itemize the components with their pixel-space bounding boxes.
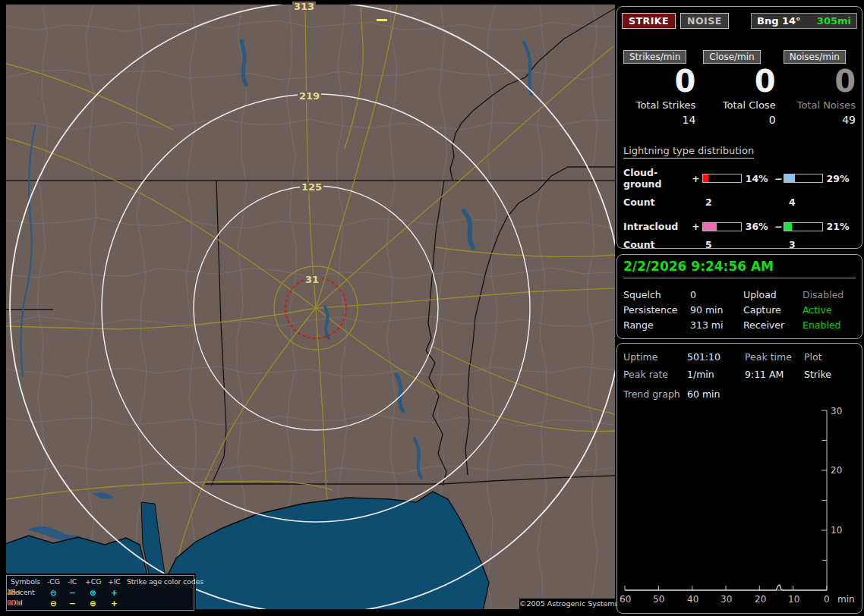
total-strikes-value: 14 (683, 114, 696, 126)
old-neg-cg-icon: ⊖ (50, 599, 57, 608)
ring-label-313: 313 (292, 2, 316, 11)
minus-sign: − (774, 221, 784, 232)
close-column: Close/min 0 Total Close 0 (703, 50, 775, 126)
cg-positive-count: 2 (705, 196, 789, 208)
app-window: 313 219 125 31 Symbols -CG -IC +CG +IC S… (0, 0, 864, 616)
total-close-value: 0 (769, 114, 776, 126)
legend-pos-ic-header: +IC (108, 577, 121, 586)
receiver-value: Enabled (803, 318, 856, 333)
intracloud-label: Intracloud (623, 221, 692, 232)
strike-button[interactable]: STRIKE (622, 13, 676, 29)
ring-label-219: 219 (298, 91, 321, 101)
plus-sign: + (692, 173, 702, 184)
bearing-range-display: Bng 14° 305mi (751, 13, 857, 29)
receiver-label: Receiver (743, 318, 803, 333)
x-tick-10: 10 (788, 594, 799, 605)
total-strikes-label: Total Strikes (636, 99, 696, 111)
y-tick-30: 30 (831, 406, 842, 416)
uptime-label: Uptime (623, 348, 687, 366)
recent-neg-cg-icon: ⊖ (50, 588, 57, 597)
legend-symbols-header: Symbols (11, 577, 40, 586)
cg-negative-fill (784, 174, 795, 182)
y-tick-20: 20 (831, 465, 842, 476)
close-per-min-button[interactable]: Close/min (703, 50, 760, 64)
x-tick-50: 50 (653, 594, 664, 605)
status-row: Persistence 90 min Capture Active (623, 303, 856, 318)
age-code-45: 45+ (7, 588, 21, 596)
peak-rate-value: 1/min (687, 366, 745, 383)
legend-age-title: Strike age color codes (127, 577, 203, 586)
old-pos-cg-icon: ⊕ (90, 599, 96, 608)
cg-positive-bar (702, 174, 742, 183)
distribution-title: Lightning type distribution (623, 145, 754, 159)
legend-neg-cg-header: -CG (47, 577, 60, 586)
minus-sign: − (774, 173, 784, 184)
persistence-value: 90 min (690, 303, 743, 318)
recent-neg-ic-icon: − (69, 588, 76, 597)
ic-positive-percent: 36% (746, 221, 774, 232)
plus-sign: + (692, 221, 702, 232)
cg-positive-percent: 14% (746, 173, 774, 184)
session-row: Peak rate 1/min 9:11 AM Strike (623, 366, 856, 383)
legend-pos-cg-header: +CG (85, 577, 101, 586)
peak-time-value: 9:11 AM (745, 366, 804, 383)
strikes-rate: 0 (674, 65, 695, 97)
ic-negative-percent: 21% (827, 221, 856, 232)
uptime-value: 501:10 (687, 348, 745, 366)
strike-symbol-ic-neg (377, 19, 387, 21)
x-tick-20: 20 (755, 594, 766, 605)
trend-tick-labels: 30 20 10 60 50 40 30 20 10 0 min (620, 406, 855, 605)
close-rate: 0 (755, 65, 776, 97)
capture-value: Active (803, 303, 856, 318)
datetime-display: 2/2/2026 9:24:56 AM (623, 259, 856, 278)
range-label: Range (623, 318, 690, 333)
y-tick-10: 10 (831, 525, 842, 536)
cg-positive-fill (703, 174, 708, 182)
legend-neg-ic-header: -IC (68, 577, 77, 586)
peak-rate-label: Peak rate (623, 366, 687, 383)
peak-time-label: Peak time (745, 348, 804, 366)
upload-label: Upload (743, 288, 803, 303)
old-pos-ic-icon: + (111, 599, 118, 608)
x-tick-30: 30 (721, 594, 732, 605)
x-tick-60: 60 (620, 594, 631, 605)
cloud-ground-label: Cloud-ground (623, 167, 692, 190)
strike-map[interactable]: 313 219 125 31 Symbols -CG -IC +CG +IC S… (6, 5, 615, 609)
total-noises-label: Total Noises (797, 99, 856, 111)
ic-count-row: Count 5 3 (623, 239, 856, 250)
total-close-label: Total Close (723, 99, 776, 111)
map-legend: Symbols -CG -IC +CG +IC Strike age color… (6, 575, 194, 611)
upload-value: Disabled (803, 288, 856, 303)
plot-label: Plot (804, 348, 856, 366)
ic-positive-bar (702, 222, 742, 231)
trend-graph: 30 20 10 60 50 40 30 20 10 0 min (620, 403, 862, 614)
persistence-label: Persistence (623, 303, 690, 318)
noises-per-min-button[interactable]: Noises/min (784, 50, 846, 64)
recent-pos-cg-icon: ⊕ (90, 588, 96, 597)
strikes-per-min-button[interactable]: Strikes/min (623, 50, 686, 64)
intracloud-row: Intracloud + 36% − 21% (623, 221, 856, 232)
strikes-column: Strikes/min 0 Total Strikes 14 (623, 50, 695, 126)
x-tick-0: 0 (824, 594, 830, 605)
trend-graph-value[interactable]: 60 min (687, 388, 720, 400)
cg-count-row: Count 2 4 (623, 196, 856, 208)
ic-negative-count: 3 (789, 239, 796, 250)
range-setting-value: 313 mi (690, 318, 743, 333)
lightning-distribution: Lightning type distribution Cloud-ground… (623, 143, 856, 250)
squelch-value: 0 (690, 288, 743, 303)
cg-negative-percent: 29% (827, 173, 856, 184)
count-label: Count (623, 196, 705, 208)
bearing-value: Bng 14° (757, 15, 801, 27)
cg-negative-count: 4 (789, 196, 796, 208)
plot-value: Strike (804, 366, 856, 383)
ic-positive-fill (703, 223, 717, 231)
squelch-label: Squelch (623, 288, 690, 303)
session-panel: Uptime 501:10 Peak time Plot Peak rate 1… (616, 343, 862, 614)
session-row: Uptime 501:10 Peak time Plot (623, 348, 856, 366)
recent-pos-ic-icon: + (111, 588, 118, 597)
counters-panel: STRIKE NOISE Bng 14° 305mi Strikes/min 0… (616, 6, 862, 249)
x-tick-40: 40 (687, 594, 698, 605)
ring-label-125: 125 (300, 182, 323, 192)
trend-graph-label: Trend graph (623, 388, 687, 400)
noise-button[interactable]: NOISE (680, 13, 729, 29)
